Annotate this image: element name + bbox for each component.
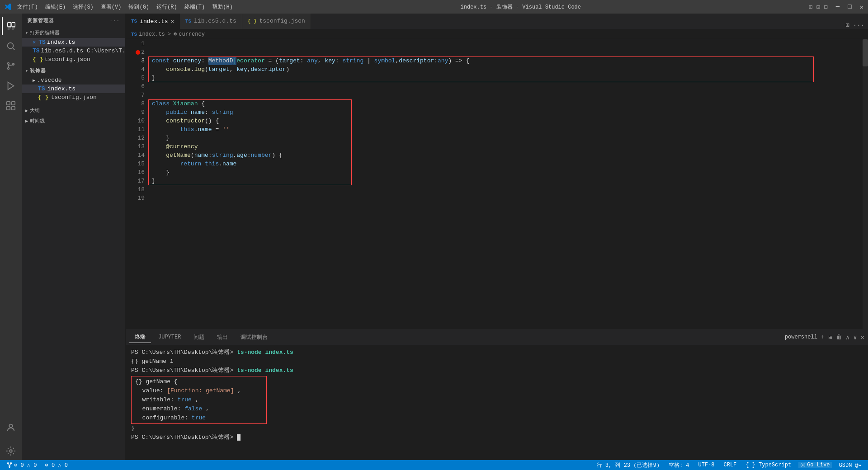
breadcrumb-sep: > [168, 31, 171, 38]
code-line-7[interactable] [152, 91, 841, 99]
indent11 [152, 125, 180, 134]
code-line-16[interactable]: } [152, 168, 841, 177]
settings-icon[interactable] [2, 442, 20, 460]
terminal-tab-output[interactable]: 输出 [212, 332, 233, 343]
maximize-button[interactable]: □ [848, 3, 851, 10]
scrollbar-track[interactable] [863, 39, 868, 329]
breadcrumb-symbol[interactable]: currency [179, 31, 205, 38]
minimize-button[interactable]: ─ [836, 3, 840, 10]
brace8: { [198, 99, 205, 108]
status-indent[interactable]: 空格: 4 [667, 461, 691, 469]
menu-goto[interactable]: 转到(G) [128, 3, 149, 11]
status-git[interactable]: ⊗ 0 △ 0 [5, 462, 38, 469]
terminal-add-button[interactable]: + [821, 334, 825, 341]
status-language[interactable]: { } TypeScript [744, 462, 793, 468]
folder-title[interactable]: ▾ 装饰器 [22, 66, 125, 76]
close-button[interactable]: ✕ [860, 3, 863, 11]
breadcrumb-file[interactable]: index.ts [139, 31, 165, 38]
code-line-1[interactable] [152, 39, 841, 48]
tab-tsconfig[interactable]: { } tsconfig.json [242, 14, 311, 29]
search-activity-icon[interactable] [2, 37, 20, 55]
ts-label-2: TS [33, 47, 40, 54]
paren2: ( [205, 65, 208, 74]
status-position[interactable]: 行 3, 列 23 (已选择9) [595, 461, 661, 469]
code-line-3[interactable]: const currency : MethodD|ecorator = ( ta… [152, 56, 841, 65]
indent13 [152, 142, 166, 151]
status-extra[interactable]: GSDN @✦ [837, 462, 863, 469]
menu-help[interactable]: 帮助(H) [212, 3, 233, 11]
type-string14: string [212, 151, 233, 160]
outline-section[interactable]: ▶ 大纲 [22, 105, 125, 116]
code-line-18[interactable] [152, 185, 841, 194]
terminal-tab-debug[interactable]: 调试控制台 [235, 332, 273, 343]
outline-arrow: ▶ [25, 108, 28, 113]
arrow: ) => { [448, 56, 469, 65]
sidebar-index-ts[interactable]: TS index.ts [22, 85, 125, 93]
timeline-section[interactable]: ▶ 时间线 [22, 116, 125, 126]
code-line-8[interactable]: class Xiaoman { [152, 99, 841, 108]
status-golive[interactable]: Go Live [798, 462, 831, 468]
code-line-9[interactable]: public name : string [152, 108, 841, 117]
account-icon[interactable] [2, 418, 20, 437]
explorer-icon[interactable] [2, 17, 20, 35]
code-line-5[interactable]: } [152, 74, 841, 82]
terminal-chevron-up[interactable]: ∧ [846, 334, 849, 341]
code-line-11[interactable]: this . name = '' [152, 125, 841, 134]
code-editor[interactable]: 1 2 3 4 5 6 7 8 9 10 11 12 13 14 15 [126, 39, 868, 329]
menu-terminal[interactable]: 终端(T) [184, 3, 205, 11]
colon4: : [434, 56, 438, 65]
terminal-content[interactable]: PS C:\Users\TR\Desktop\装饰器> ts-node inde… [126, 345, 868, 460]
open-file-tsconfig[interactable]: { } tsconfig.json [22, 55, 125, 64]
code-line-14[interactable]: getName ( name : string , age : number )… [152, 151, 841, 160]
eq: = [265, 56, 275, 65]
status-eol[interactable]: CRLF [722, 462, 739, 468]
terminal-split-button[interactable]: ⊞ [828, 334, 832, 341]
split-editor-button[interactable]: ⊞ [845, 21, 849, 29]
menu-edit[interactable]: 编辑(E) [45, 3, 66, 11]
menu-run[interactable]: 运行(R) [156, 3, 177, 11]
tb-4c: , [206, 405, 209, 412]
decorator-at: @currency [166, 142, 198, 151]
code-line-6[interactable] [152, 82, 841, 91]
open-editors-title[interactable]: ▾ 打开的编辑器 [22, 28, 125, 38]
open-file-index-ts[interactable]: ✕ TS index.ts [22, 38, 125, 47]
terminal-close-button[interactable]: ✕ [861, 334, 864, 341]
svg-point-2 [8, 43, 14, 49]
open-file-lib-es5[interactable]: TS lib.es5.d.ts C:\Users\T... [22, 47, 125, 55]
menu-bar[interactable]: 文件(F) 编辑(E) 选择(S) 查看(V) 转到(G) 运行(R) 终端(T… [17, 3, 233, 11]
sidebar-more-button[interactable]: ··· [109, 18, 120, 24]
tab-lib-es5[interactable]: TS lib.es5.d.ts [180, 14, 242, 29]
code-line-10[interactable]: constructor () { [152, 117, 841, 125]
breadcrumb-ts-icon: TS [131, 32, 137, 37]
status-encoding[interactable]: UTF-8 [696, 462, 716, 468]
code-line-4[interactable]: console . log ( target , key , descripto… [152, 65, 841, 74]
code-line-15[interactable]: return this . name [152, 160, 841, 168]
terminal-tab-terminal[interactable]: 终端 [129, 331, 151, 343]
more-actions-button[interactable]: ··· [853, 22, 864, 29]
code-line-2[interactable] [152, 48, 841, 56]
terminal-tab-jupyter[interactable]: JUPYTER [153, 332, 186, 342]
status-errors[interactable]: ⊗ 0 △ 0 [43, 462, 69, 469]
code-line-19[interactable] [152, 194, 841, 202]
indent12: } [152, 134, 170, 142]
encoding-text: UTF-8 [698, 462, 714, 468]
debug-icon[interactable] [2, 77, 20, 95]
sidebar-tsconfig[interactable]: { } tsconfig.json [22, 93, 125, 102]
terminal-chevron-down[interactable]: ∨ [853, 334, 857, 341]
tab-index-ts[interactable]: TS index.ts ✕ [126, 14, 180, 29]
terminal-tab-problems[interactable]: 问题 [188, 332, 210, 343]
ln-10: 10 [126, 117, 145, 125]
menu-view[interactable]: 查看(V) [101, 3, 122, 11]
menu-file[interactable]: 文件(F) [17, 3, 38, 11]
code-line-13[interactable]: @currency [152, 142, 841, 151]
git-icon[interactable] [2, 57, 20, 75]
vscode-folder[interactable]: ▶ .vscode [22, 76, 125, 85]
terminal-trash-button[interactable]: 🗑 [836, 334, 842, 341]
tab-close-0[interactable]: ✕ [171, 18, 174, 25]
code-content[interactable]: const currency : MethodD|ecorator = ( ta… [148, 39, 841, 329]
menu-select[interactable]: 选择(S) [73, 3, 94, 11]
code-line-12[interactable]: } [152, 134, 841, 142]
scrollbar-thumb[interactable] [863, 39, 868, 66]
code-line-17[interactable]: } [152, 177, 841, 185]
extensions-icon[interactable] [2, 97, 20, 115]
